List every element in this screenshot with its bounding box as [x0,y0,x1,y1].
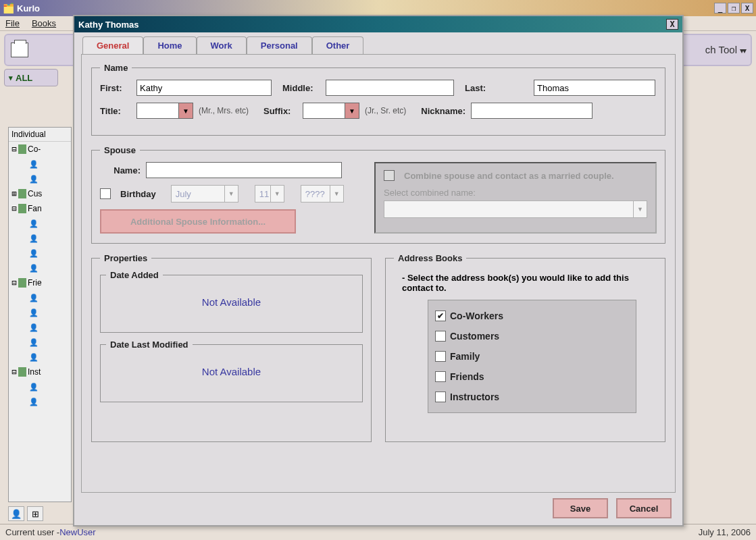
person-icon[interactable] [29,338,39,347]
tab-other[interactable]: Other [312,36,364,54]
dialog-title: Kathy Thomas [78,20,139,30]
person-icon[interactable] [29,293,39,302]
person-icon[interactable] [29,219,39,228]
person-icon[interactable] [29,323,39,332]
ab-item-family[interactable]: Family [435,346,629,367]
date-modified-label: Date Last Modified [106,340,193,350]
tree-group[interactable]: ⊟Frie [9,275,71,290]
status-user: NewUser [59,527,95,537]
contact-dialog: Kathy Thomas X General Home Work Persona… [73,15,684,526]
chevron-down-icon: ▼ [634,200,647,218]
person-icon[interactable] [29,159,39,169]
minimize-button[interactable]: _ [714,3,726,14]
app-icon: 🗂️ [3,3,14,14]
middle-label: Middle: [282,83,320,93]
spouse-name-label: Name: [100,165,141,176]
last-label: Last: [465,83,496,93]
tab-general[interactable]: General [82,36,143,54]
tab-work[interactable]: Work [197,36,247,54]
properties-legend: Properties [100,253,151,263]
view-tab-person[interactable]: 👤 [8,506,24,521]
app-titlebar: 🗂️ Kurlo _ ❐ X [0,0,756,16]
checkbox-icon[interactable]: ✔ [435,310,446,321]
spouse-fieldset: Spouse Name: Birthday July▼ 11▼ [91,145,665,244]
birthday-month-combo[interactable]: July▼ [171,185,238,202]
person-icon[interactable] [29,263,39,273]
app-title: Kurlo [17,3,40,14]
suffix-hint: (Jr., Sr. etc) [365,106,406,115]
checkbox-icon[interactable] [435,371,446,382]
tree-group[interactable]: ⊟Co- [9,142,71,157]
chevron-down-icon[interactable]: ▼ [178,103,193,119]
person-icon[interactable] [29,174,39,184]
search-tool-label[interactable]: ch Tool▾▾ [705,44,745,56]
dialog-close-button[interactable]: X [666,19,678,30]
first-input[interactable] [136,80,272,96]
ab-item-instructors[interactable]: Instructors [435,387,629,407]
person-icon[interactable] [29,234,39,243]
tree-group[interactable]: ⊟Inst [9,364,71,379]
nickname-label: Nickname: [421,106,465,116]
suffix-combo[interactable]: ▼ [303,103,359,119]
menu-file[interactable]: File [5,18,20,28]
maximize-button[interactable]: ❐ [728,3,740,14]
date-modified-box: Date Last Modified Not Available [100,340,363,402]
view-tabs: 👤 ⊞ [8,506,43,522]
checkbox-icon[interactable] [435,331,446,342]
tree-group[interactable]: ⊞Cus [9,186,71,201]
name-legend: Name [100,63,132,73]
tree-panel: Individual ⊟Co- ⊞Cus ⊟Fan ⊟Frie ⊟Inst [8,127,72,502]
menu-books[interactable]: Books [32,18,56,28]
date-modified-value: Not Available [106,354,357,389]
save-button[interactable]: Save [553,498,608,518]
birthday-day-combo[interactable]: 11▼ [255,185,284,202]
suffix-label: Suffix: [263,106,297,116]
tree-header[interactable]: Individual [9,128,71,142]
person-icon[interactable] [29,352,39,362]
birthday-label: Birthday [120,189,156,199]
additional-spouse-button[interactable]: Additional Spouse Information... [100,209,296,234]
last-input[interactable] [534,80,655,96]
filter-all[interactable]: ALL [4,69,58,86]
status-user-label: Current user - [5,527,59,537]
dialog-buttons: Save Cancel [553,498,672,518]
address-books-list: ✔Co-Workers Customers Family Friends Ins… [428,300,636,413]
address-books-fieldset: Address Books - Select the address book(… [385,253,665,442]
app-close-button[interactable]: X [741,3,753,14]
select-combined-label: Select combined name: [384,188,647,198]
status-date: July 11, 2006 [699,527,751,537]
chevron-down-icon: ▼ [330,185,344,202]
person-icon[interactable] [29,397,39,406]
ab-item-friends[interactable]: Friends [435,367,629,387]
properties-fieldset: Properties Date Added Not Available Date… [91,253,372,442]
tab-personal[interactable]: Personal [247,36,312,54]
ab-item-customers[interactable]: Customers [435,326,629,346]
middle-input[interactable] [326,80,454,96]
ab-item-coworkers[interactable]: ✔Co-Workers [435,306,629,326]
tree-group[interactable]: ⊟Fan [9,201,71,216]
title-combo[interactable]: ▼ [136,103,193,119]
tab-home[interactable]: Home [143,36,196,54]
combine-panel: Combine spouse and contact as a married … [374,162,657,234]
date-added-label: Date Added [106,270,163,280]
view-tab-grid[interactable]: ⊞ [27,506,43,521]
chevron-down-icon: ▼ [271,185,284,202]
combine-checkbox[interactable] [384,170,395,181]
person-icon[interactable] [29,248,39,258]
birthday-year-combo[interactable]: ????▼ [301,185,344,202]
person-icon[interactable] [29,308,39,317]
print-icon[interactable] [11,43,28,57]
name-fieldset: Name First: Middle: Last: Title: ▼ (Mr.,… [91,63,665,136]
checkbox-icon[interactable] [435,351,446,362]
combine-label: Combine spouse and contact as a married … [404,171,614,181]
checkbox-icon[interactable] [435,392,446,402]
combined-name-combo[interactable]: ▼ [384,200,647,218]
cancel-button[interactable]: Cancel [616,498,672,518]
nickname-input[interactable] [471,103,593,119]
spouse-name-input[interactable] [146,162,342,178]
chevron-down-icon[interactable]: ▼ [345,103,359,119]
birthday-checkbox[interactable] [100,188,111,199]
person-icon[interactable] [29,382,39,392]
date-added-box: Date Added Not Available [100,270,363,333]
tab-strip: General Home Work Personal Other [82,36,682,54]
